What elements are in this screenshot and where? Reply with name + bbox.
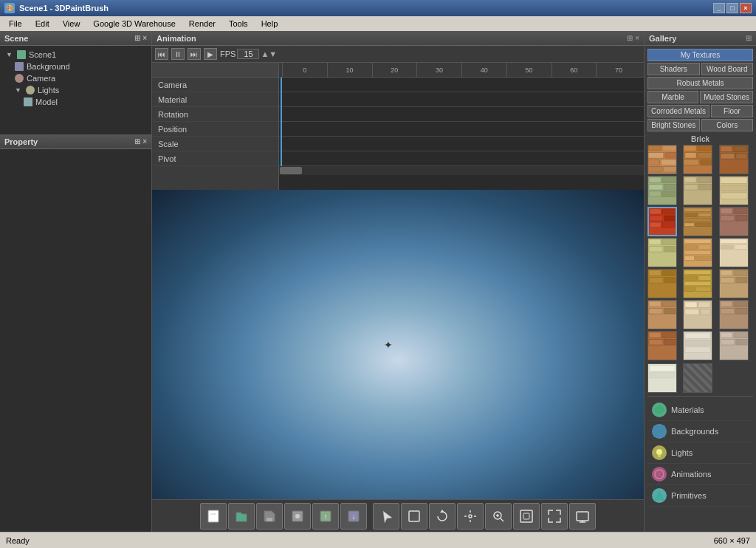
svg-rect-58 — [650, 209, 661, 214]
svg-rect-34 — [684, 160, 699, 165]
marble-button[interactable]: Marble — [647, 91, 698, 103]
menu-edit[interactable]: Edit — [30, 18, 55, 30]
shaders-button[interactable]: Shaders — [647, 63, 700, 75]
category-materials[interactable]: Materials — [647, 400, 753, 421]
texture-t17[interactable] — [683, 300, 712, 329]
tool-save-as[interactable] — [256, 503, 283, 530]
tool-pan[interactable] — [457, 503, 484, 530]
texture-t6[interactable] — [719, 176, 749, 205]
menu-file[interactable]: File — [3, 18, 28, 30]
category-animations[interactable]: Animations — [647, 464, 753, 485]
timeline-scrollbar[interactable] — [279, 166, 644, 175]
menu-view[interactable]: View — [57, 18, 86, 30]
track-rotation[interactable]: Rotation — [152, 107, 278, 122]
tree-item-scene1[interactable]: ▼ Scene1 — [0, 49, 151, 61]
tool-new[interactable] — [200, 503, 227, 530]
minimize-button[interactable]: _ — [713, 3, 725, 13]
track-material[interactable]: Material — [152, 92, 278, 107]
texture-t9[interactable] — [719, 207, 749, 236]
svg-rect-35 — [701, 160, 712, 165]
track-position[interactable]: Position — [152, 122, 278, 137]
corroded-metals-button[interactable]: Corroded Metals — [647, 105, 709, 117]
texture-partial[interactable] — [683, 363, 712, 393]
tree-item-lights[interactable]: ▼ Lights — [0, 84, 151, 96]
primitives-icon — [652, 488, 667, 503]
category-primitives[interactable]: Primitives — [647, 485, 753, 507]
tool-fit[interactable] — [541, 503, 568, 530]
texture-t11[interactable] — [683, 238, 712, 267]
texture-t16[interactable] — [647, 300, 677, 329]
close-button[interactable]: × — [740, 3, 752, 13]
property-header-buttons: ⊞ × — [134, 137, 147, 145]
tool-export[interactable]: ↑ — [312, 503, 339, 530]
menu-render[interactable]: Render — [183, 18, 221, 30]
titlebar-left: 🎨 Scene1 - 3DPaintBrush — [4, 3, 109, 13]
texture-t2[interactable] — [683, 145, 712, 174]
menu-google3d[interactable]: Google 3D Warehouse — [87, 18, 182, 30]
texture-t7[interactable] — [647, 207, 677, 236]
gallery-pin-button[interactable]: ⊞ — [746, 34, 752, 42]
anim-rewind-button[interactable]: ⏮ — [155, 48, 168, 60]
bright-stones-button[interactable]: Bright Stones — [647, 119, 700, 131]
tool-box[interactable] — [401, 503, 427, 530]
tool-view[interactable] — [513, 503, 540, 530]
anim-pause-button[interactable]: ⏸ — [171, 48, 185, 60]
texture-t12[interactable] — [719, 238, 749, 267]
my-textures-button[interactable]: My Textures — [647, 49, 753, 61]
texture-t3[interactable] — [719, 145, 749, 174]
colors-button[interactable]: Colors — [701, 119, 754, 131]
fps-input[interactable] — [237, 49, 259, 59]
tree-item-camera[interactable]: Camera — [0, 72, 151, 84]
texture-t13[interactable] — [647, 269, 677, 298]
texture-t22[interactable] — [647, 363, 677, 393]
muted-stones-button[interactable]: Muted Stones — [700, 91, 753, 103]
robust-metals-button[interactable]: Robust Metals — [647, 77, 753, 89]
scrollbar-thumb[interactable] — [280, 167, 302, 174]
wood-board-button[interactable]: Wood Board — [701, 63, 754, 75]
tool-open[interactable] — [228, 503, 255, 530]
scene-close-button[interactable]: × — [142, 34, 147, 42]
tool-rotate[interactable] — [429, 503, 456, 530]
property-close-button[interactable]: × — [142, 137, 147, 145]
tree-item-background[interactable]: Background — [0, 61, 151, 72]
tool-select[interactable] — [373, 503, 399, 530]
texture-t15[interactable] — [719, 269, 749, 298]
anim-play-button[interactable]: ▶ — [204, 48, 217, 60]
fps-label: FPS — [220, 49, 236, 58]
tree-item-model[interactable]: Model — [0, 96, 151, 108]
texture-t8[interactable] — [683, 207, 712, 236]
texture-t5[interactable] — [683, 176, 712, 205]
track-pivot[interactable]: Pivot — [152, 151, 278, 166]
texture-t10[interactable] — [647, 238, 677, 267]
tool-render[interactable] — [569, 503, 596, 530]
viewport[interactable]: ✦ — [152, 190, 644, 499]
texture-t1[interactable] — [647, 145, 677, 174]
timeline-cursor[interactable] — [281, 78, 282, 166]
category-backgrounds[interactable]: Backgrounds — [647, 421, 753, 442]
menu-tools[interactable]: Tools — [223, 18, 254, 30]
texture-t19[interactable] — [647, 331, 677, 360]
animation-pin-button[interactable]: ⊞ — [627, 34, 633, 42]
fps-stepper[interactable]: ▲▼ — [261, 49, 277, 58]
svg-rect-50 — [698, 177, 711, 183]
track-camera[interactable]: Camera — [152, 78, 278, 92]
texture-t20[interactable] — [683, 331, 712, 360]
anim-forward-button[interactable]: ⏭ — [188, 48, 201, 60]
menu-help[interactable]: Help — [255, 18, 284, 30]
svg-text:↑: ↑ — [324, 513, 328, 521]
category-lights[interactable]: Lights — [647, 442, 753, 464]
tool-import[interactable]: ↓ — [340, 503, 367, 530]
texture-t21[interactable] — [719, 331, 749, 360]
timeline-track-scale — [279, 137, 644, 151]
property-pin-button[interactable]: ⊞ — [134, 137, 140, 145]
floor-button[interactable]: Floor — [711, 105, 753, 117]
texture-t4[interactable] — [647, 176, 677, 205]
tool-save[interactable] — [284, 503, 311, 530]
texture-t18[interactable] — [719, 300, 749, 329]
texture-t14[interactable] — [683, 269, 712, 298]
maximize-button[interactable]: □ — [726, 3, 738, 13]
tool-zoom[interactable] — [485, 503, 512, 530]
animation-close-button[interactable]: × — [635, 34, 639, 42]
scene-pin-button[interactable]: ⊞ — [134, 34, 140, 42]
track-scale[interactable]: Scale — [152, 137, 278, 151]
